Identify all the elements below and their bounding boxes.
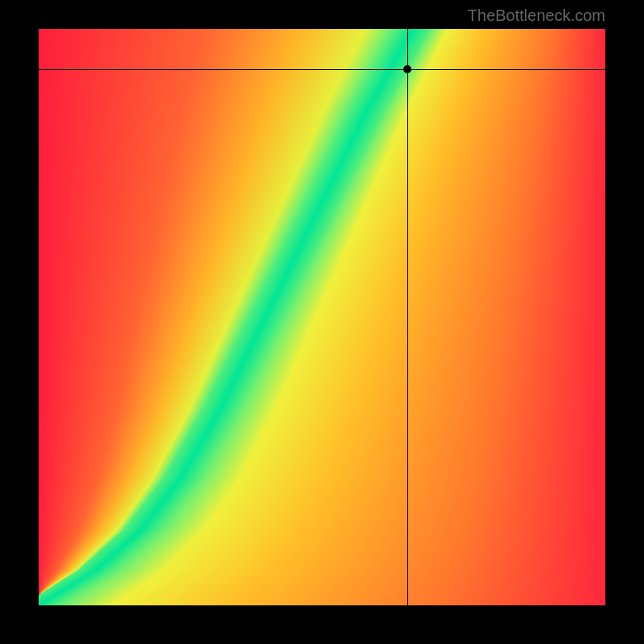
watermark-text: TheBottleneck.com [468, 6, 605, 25]
crosshair-horizontal [39, 69, 605, 70]
heatmap-chart [39, 29, 605, 605]
heatmap-canvas [39, 29, 605, 605]
crosshair-vertical [407, 29, 408, 605]
crosshair-marker [403, 65, 411, 73]
